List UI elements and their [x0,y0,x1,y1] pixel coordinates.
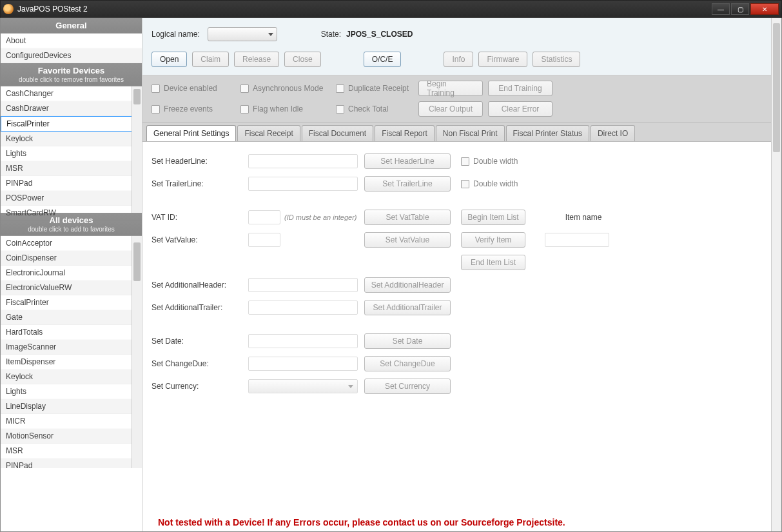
tab[interactable]: Fiscal Report [375,125,435,141]
general-item[interactable]: ConfiguredDevices [1,48,142,63]
tab[interactable]: General Print Settings [146,125,236,141]
vatid-input[interactable] [248,210,280,224]
window-scrollbar[interactable] [771,18,781,531]
alldevices-scrollbar[interactable] [132,236,142,468]
alldevice-item[interactable]: ItemDispenser [1,355,142,369]
set-currency-button[interactable]: Set Currency [364,379,451,394]
tab[interactable]: Fiscal Receipt [237,125,300,141]
scrollbar-thumb[interactable] [133,89,141,104]
trailer-doublewidth-checkbox[interactable]: Double width [461,179,538,188]
set-changedue-button[interactable]: Set ChangeDue [364,356,451,371]
addtrailer-input[interactable] [248,300,358,315]
oce-button[interactable]: O/C/E [364,52,402,67]
alldevice-item[interactable]: ElectronicValueRW [1,281,142,295]
clear-output-button[interactable]: Clear Output [418,101,483,117]
freeze-events-checkbox[interactable]: Freeze events [152,104,235,113]
logical-name-label: Logical name: [152,30,200,39]
favorites-scrollbar[interactable] [132,86,142,213]
favorite-item[interactable]: CashChanger [1,86,142,101]
alldevice-item[interactable]: HardTotals [1,325,142,340]
alldevice-item[interactable]: CoinAcceptor [1,236,142,251]
favorite-item[interactable]: FiscalPrinter [1,116,142,132]
set-addheader-button[interactable]: Set AdditionalHeader [364,277,451,293]
scrollbar-thumb[interactable] [133,242,141,281]
favorites-title: Favorite Devices [38,66,104,75]
minimize-button[interactable]: — [712,3,730,15]
item-name-input[interactable] [545,233,609,247]
check-total-checkbox[interactable]: Check Total [336,104,413,113]
tab[interactable]: Fiscal Printer Status [506,125,589,141]
alldevice-item[interactable]: ImageScanner [1,340,142,355]
set-trailer-button[interactable]: Set TrailerLine [364,176,451,192]
begin-training-button[interactable]: Begin Training [418,81,483,96]
set-addtrailer-button[interactable]: Set AdditionalTrailer [364,300,451,315]
set-addtrailer-label: Set AdditionalTrailer: [152,303,242,312]
tab[interactable]: Non Fiscal Print [436,125,505,141]
right-panel: Logical name: State: JPOS_S_CLOSED Open … [142,18,781,531]
info-button[interactable]: Info [444,52,473,67]
alldevice-item[interactable]: LineDisplay [1,399,142,414]
tab[interactable]: Direct IO [591,125,635,141]
begin-itemlist-button[interactable]: Begin Item List [461,210,525,225]
footer-warning: Not tested with a Device! If any Errors … [158,517,766,527]
form-panel: Set HeaderLine: Set HeaderLine Double wi… [142,142,781,531]
addheader-input[interactable] [248,278,358,292]
general-section-header: General [1,18,142,34]
alldevice-item[interactable]: Gate [1,310,142,325]
clear-error-button[interactable]: Clear Error [488,101,552,117]
alldevices-subtitle: double click to add to favorites [1,226,142,233]
claim-button[interactable]: Claim [192,52,229,67]
alldevice-item[interactable]: CoinDispenser [1,251,142,266]
end-itemlist-button[interactable]: End Item List [461,255,525,270]
alldevice-item[interactable]: MSR [1,444,142,458]
alldevice-item[interactable]: MICR [1,414,142,429]
firmware-button[interactable]: Firmware [478,52,527,67]
set-date-label: Set Date: [152,337,242,346]
alldevice-item[interactable]: Keylock [1,369,142,384]
favorite-item[interactable]: Keylock [1,132,142,146]
set-header-button[interactable]: Set HeaderLine [364,153,451,169]
close-window-button[interactable]: ✕ [750,3,779,15]
currency-combo[interactable] [248,379,358,393]
changedue-input[interactable] [248,357,358,371]
async-mode-checkbox[interactable]: Asynchronous Mode [240,84,331,93]
alldevice-item[interactable]: MotionSensor [1,429,142,444]
verify-item-button[interactable]: Verify Item [461,232,525,248]
set-addheader-label: Set AdditionalHeader: [152,281,242,290]
duplicate-receipt-checkbox[interactable]: Duplicate Receipt [336,84,413,93]
set-vattable-button[interactable]: Set VatTable [364,210,451,225]
alldevice-item[interactable]: FiscalPrinter [1,295,142,310]
general-item[interactable]: About [1,34,142,48]
alldevice-item[interactable]: PINPad [1,458,142,468]
favorite-item[interactable]: POSPower [1,191,142,206]
open-button[interactable]: Open [152,52,187,67]
maximize-button[interactable]: ▢ [731,3,749,15]
trailer-input[interactable] [248,177,358,191]
favorite-item[interactable]: SmartCardRW [1,206,142,221]
alldevice-item[interactable]: Lights [1,384,142,399]
header-doublewidth-checkbox[interactable]: Double width [461,157,538,166]
favorite-item[interactable]: CashDrawer [1,101,142,116]
state-value: JPOS_S_CLOSED [346,30,413,39]
vatvalue-input[interactable] [248,233,280,247]
statistics-button[interactable]: Statistics [533,52,580,67]
end-training-button[interactable]: End Training [488,81,552,96]
favorites-section-header: Favorite Devices double click to remove … [1,63,142,86]
alldevice-item[interactable]: ElectronicJournal [1,266,142,281]
scrollbar-thumb[interactable] [773,23,780,152]
logical-name-combo[interactable] [208,27,277,41]
tab-bar: General Print SettingsFiscal ReceiptFisc… [142,123,781,142]
favorite-item[interactable]: Lights [1,146,142,161]
favorite-item[interactable]: PINPad [1,176,142,191]
close-button[interactable]: Close [284,52,321,67]
release-button[interactable]: Release [234,52,279,67]
set-date-button[interactable]: Set Date [364,333,451,349]
date-input[interactable] [248,334,358,348]
favorite-item[interactable]: MSR [1,161,142,176]
header-input[interactable] [248,154,358,168]
chevron-down-icon [268,33,273,36]
set-vatvalue-button[interactable]: Set VatValue [364,232,451,248]
flag-idle-checkbox[interactable]: Flag when Idle [240,104,331,113]
tab[interactable]: Fiscal Document [302,125,373,141]
device-enabled-checkbox[interactable]: Device enabled [152,84,235,93]
